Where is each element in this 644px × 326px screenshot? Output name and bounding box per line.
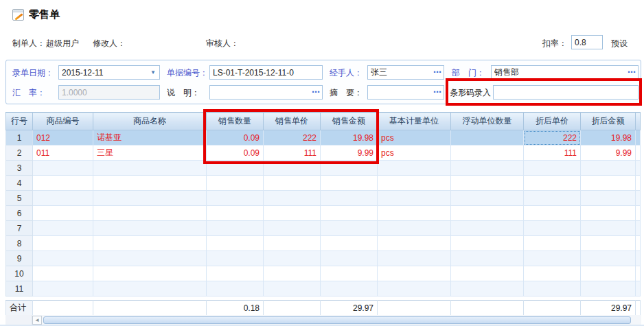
department-lookup-icon[interactable]: ⋯ xyxy=(628,67,636,77)
cell-code[interactable] xyxy=(33,251,93,266)
cell-unit[interactable] xyxy=(378,176,451,191)
cell-amount[interactable]: 9.99 xyxy=(321,145,378,161)
row-number-cell[interactable]: 5 xyxy=(6,191,33,206)
cell-qty[interactable] xyxy=(207,251,264,266)
cell-code[interactable] xyxy=(33,176,93,191)
cell-code[interactable] xyxy=(33,161,93,176)
cell-amount[interactable] xyxy=(321,176,378,191)
cell-disc-amount[interactable] xyxy=(581,161,636,176)
table-row[interactable]: 6 xyxy=(6,206,641,221)
cell-price[interactable] xyxy=(264,221,321,236)
horizontal-scrollbar[interactable]: ◄ xyxy=(5,315,641,325)
entry-date-input[interactable] xyxy=(58,65,160,80)
table-row[interactable]: 10 xyxy=(6,266,641,281)
cell-unit[interactable] xyxy=(378,281,451,296)
cell-float-qty[interactable] xyxy=(451,130,524,145)
cell-float-qty[interactable] xyxy=(451,191,524,206)
cell-code[interactable] xyxy=(33,206,93,221)
cell-code[interactable]: 011 xyxy=(33,145,93,161)
row-number-cell[interactable]: 9 xyxy=(6,251,33,266)
cell-disc-amount[interactable]: 9.99 xyxy=(581,145,636,161)
cell-unit[interactable]: pcs xyxy=(378,145,451,161)
cell-qty[interactable] xyxy=(207,206,264,221)
cell-qty[interactable] xyxy=(207,236,264,251)
table-row[interactable]: 2011三星0.091119.99pcs1119.99 xyxy=(6,145,641,161)
col-header-float-unit-qty[interactable]: 浮动单位数量 xyxy=(451,113,524,130)
preset-label[interactable]: 预设 xyxy=(611,38,628,49)
table-row[interactable]: 9 xyxy=(6,251,641,266)
table-row[interactable]: 1012诺基亚0.0922219.98pcs22219.98 xyxy=(6,130,641,145)
cell-disc-amount[interactable] xyxy=(581,191,636,206)
cell-disc-price[interactable] xyxy=(524,191,581,206)
cell-amount[interactable] xyxy=(321,266,378,281)
cell-amount[interactable] xyxy=(321,251,378,266)
col-header-sale-qty[interactable]: 销售数量 xyxy=(207,113,264,130)
cell-unit[interactable] xyxy=(378,221,451,236)
col-header-discounted-price[interactable]: 折后单价 xyxy=(524,113,581,130)
row-number-cell[interactable]: 1 xyxy=(6,130,33,145)
cell-amount[interactable]: 19.98 xyxy=(321,130,378,145)
row-number-cell[interactable]: 2 xyxy=(6,145,33,161)
cell-disc-price[interactable] xyxy=(524,251,581,266)
col-header-row-no[interactable]: 行号 xyxy=(6,113,33,130)
cell-price[interactable] xyxy=(264,251,321,266)
cell-unit[interactable] xyxy=(378,236,451,251)
cell-unit[interactable]: pcs xyxy=(378,130,451,145)
cell-disc-price[interactable] xyxy=(524,161,581,176)
cell-disc-amount[interactable] xyxy=(581,176,636,191)
cell-name[interactable]: 诺基亚 xyxy=(93,130,207,145)
cell-qty[interactable] xyxy=(207,176,264,191)
cell-qty[interactable]: 0.09 xyxy=(207,145,264,161)
cell-unit[interactable] xyxy=(378,251,451,266)
cell-name[interactable] xyxy=(93,176,207,191)
description-input[interactable] xyxy=(209,85,323,100)
cell-float-qty[interactable] xyxy=(451,161,524,176)
cell-code[interactable] xyxy=(33,266,93,281)
cell-name[interactable] xyxy=(93,251,207,266)
cell-qty[interactable] xyxy=(207,221,264,236)
cell-float-qty[interactable] xyxy=(451,145,524,161)
col-header-sale-amount[interactable]: 销售金额 xyxy=(321,113,378,130)
cell-float-qty[interactable] xyxy=(451,221,524,236)
cell-price[interactable]: 222 xyxy=(264,130,321,145)
col-header-discounted-amount[interactable]: 折后金额 xyxy=(581,113,636,130)
department-input[interactable] xyxy=(491,65,639,80)
cell-disc-amount[interactable] xyxy=(581,221,636,236)
summary-lookup-icon[interactable]: ⋯ xyxy=(433,87,442,97)
cell-disc-price[interactable] xyxy=(524,281,581,296)
description-lookup-icon[interactable]: ⋯ xyxy=(312,87,321,97)
cell-name[interactable]: 三星 xyxy=(93,145,207,161)
cell-amount[interactable] xyxy=(321,206,378,221)
cell-unit[interactable] xyxy=(378,266,451,281)
chevron-down-icon[interactable]: ▼ xyxy=(150,69,156,75)
cell-float-qty[interactable] xyxy=(451,251,524,266)
cell-disc-price[interactable] xyxy=(524,236,581,251)
row-number-cell[interactable]: 8 xyxy=(6,236,33,251)
table-row[interactable]: 7 xyxy=(6,221,641,236)
doc-no-input[interactable] xyxy=(209,65,323,80)
cell-name[interactable] xyxy=(93,221,207,236)
cell-amount[interactable] xyxy=(321,281,378,296)
cell-name[interactable] xyxy=(93,266,207,281)
cell-disc-amount[interactable] xyxy=(581,266,636,281)
cell-disc-price[interactable] xyxy=(524,221,581,236)
scrollbar-thumb[interactable] xyxy=(43,316,631,324)
cell-code[interactable]: 012 xyxy=(33,130,93,145)
cell-disc-price[interactable] xyxy=(524,206,581,221)
cell-qty[interactable] xyxy=(207,281,264,296)
cell-disc-amount[interactable]: 19.98 xyxy=(581,130,636,145)
cell-disc-amount[interactable] xyxy=(581,206,636,221)
cell-disc-amount[interactable] xyxy=(581,236,636,251)
cell-amount[interactable] xyxy=(321,221,378,236)
cell-amount[interactable] xyxy=(321,191,378,206)
table-row[interactable]: 5 xyxy=(6,191,641,206)
cell-float-qty[interactable] xyxy=(451,266,524,281)
cell-code[interactable] xyxy=(33,191,93,206)
table-row[interactable]: 11 xyxy=(6,281,641,296)
cell-disc-amount[interactable] xyxy=(581,251,636,266)
cell-price[interactable] xyxy=(264,266,321,281)
cell-float-qty[interactable] xyxy=(451,281,524,296)
row-number-cell[interactable]: 3 xyxy=(6,161,33,176)
cell-name[interactable] xyxy=(93,236,207,251)
handler-lookup-icon[interactable]: ⋯ xyxy=(433,67,442,77)
